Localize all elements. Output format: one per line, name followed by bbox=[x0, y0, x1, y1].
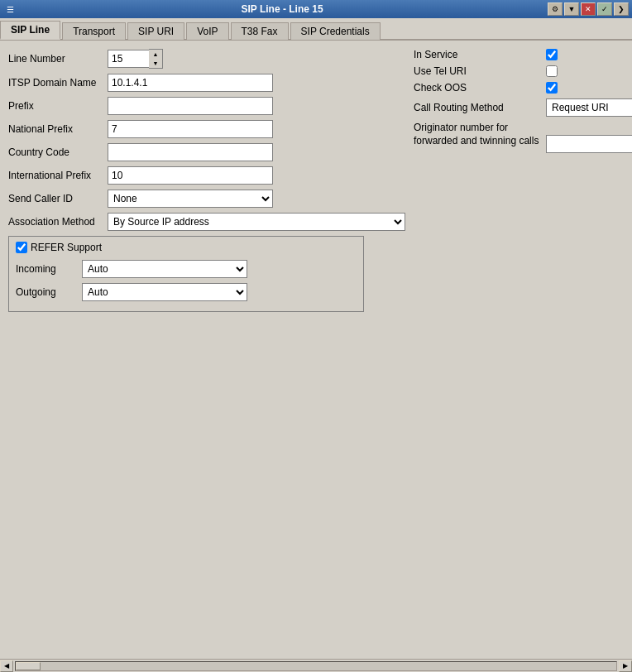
in-service-row: In Service bbox=[414, 49, 632, 60]
international-prefix-input[interactable] bbox=[108, 166, 273, 185]
check-oos-checkbox[interactable] bbox=[546, 82, 558, 94]
incoming-row: Incoming Auto Yes No bbox=[16, 260, 357, 278]
national-prefix-label: National Prefix bbox=[8, 123, 108, 135]
itsp-domain-row: ITSP Domain Name bbox=[8, 74, 405, 92]
call-routing-label: Call Routing Method bbox=[414, 102, 546, 113]
refer-support-checkbox[interactable] bbox=[16, 242, 27, 253]
line-number-input[interactable]: 15 bbox=[108, 50, 149, 68]
use-tel-uri-checkbox[interactable] bbox=[546, 65, 558, 77]
scrollbar-track[interactable] bbox=[15, 661, 617, 671]
refer-title-row: REFER Support bbox=[16, 242, 357, 253]
spin-up-button[interactable]: ▲ bbox=[149, 50, 162, 59]
call-routing-row: Call Routing Method Request URI To Heade… bbox=[414, 98, 632, 117]
national-prefix-row: National Prefix bbox=[8, 120, 405, 138]
menu-icon[interactable]: ☰ bbox=[3, 2, 17, 16]
scrollbar-thumb[interactable] bbox=[16, 662, 41, 670]
title-bar-left: ☰ bbox=[3, 2, 17, 16]
association-method-select[interactable]: By Source IP address By Credentials By I… bbox=[108, 213, 405, 231]
right-column: In Service Use Tel URI Check OOS Call Ro… bbox=[405, 49, 632, 312]
national-prefix-input[interactable] bbox=[108, 120, 273, 138]
window-title: SIP Line - Line 15 bbox=[17, 3, 548, 15]
use-tel-uri-row: Use Tel URI bbox=[414, 65, 632, 77]
outgoing-select[interactable]: Auto Yes No bbox=[82, 283, 247, 301]
association-method-label: Association Method bbox=[8, 216, 108, 228]
send-caller-id-row: Send Caller ID None Always On Request bbox=[8, 190, 405, 208]
close-button[interactable]: ✕ bbox=[581, 2, 596, 16]
association-method-row: Association Method By Source IP address … bbox=[8, 213, 405, 231]
line-number-label: Line Number bbox=[8, 53, 108, 65]
ok-button[interactable]: ✓ bbox=[597, 2, 612, 16]
country-code-label: Country Code bbox=[8, 146, 108, 158]
prefix-row: Prefix bbox=[8, 97, 405, 115]
send-caller-id-select[interactable]: None Always On Request bbox=[108, 190, 273, 208]
main-form: Line Number 15 ▲ ▼ ITSP Domain Name Pref… bbox=[8, 49, 624, 312]
itsp-domain-label: ITSP Domain Name bbox=[8, 77, 108, 89]
incoming-select[interactable]: Auto Yes No bbox=[82, 260, 247, 278]
tab-sip-line[interactable]: SIP Line bbox=[0, 21, 60, 40]
in-service-label: In Service bbox=[414, 49, 546, 60]
chevron-button[interactable]: ❯ bbox=[614, 2, 629, 16]
line-number-row: Line Number 15 ▲ ▼ bbox=[8, 49, 405, 69]
settings-button[interactable]: ⚙ bbox=[548, 2, 563, 16]
international-prefix-label: International Prefix bbox=[8, 170, 108, 181]
tab-t38fax[interactable]: T38 Fax bbox=[231, 22, 289, 40]
originator-input[interactable] bbox=[546, 135, 632, 153]
content-area: Line Number 15 ▲ ▼ ITSP Domain Name Pref… bbox=[0, 41, 632, 655]
originator-row: Originator number for forwarded and twin… bbox=[414, 122, 632, 153]
check-oos-label: Check OOS bbox=[414, 82, 546, 94]
title-bar: ☰ SIP Line - Line 15 ⚙ ▼ ✕ ✓ ❯ bbox=[0, 0, 632, 18]
use-tel-uri-label: Use Tel URI bbox=[414, 65, 546, 77]
scroll-left-button[interactable]: ◀ bbox=[0, 660, 13, 672]
tab-voip[interactable]: VoIP bbox=[186, 22, 228, 40]
incoming-label: Incoming bbox=[16, 263, 82, 275]
prefix-input[interactable] bbox=[108, 97, 273, 115]
in-service-checkbox[interactable] bbox=[546, 49, 558, 60]
international-prefix-row: International Prefix bbox=[8, 166, 405, 185]
itsp-domain-input[interactable] bbox=[108, 74, 273, 92]
title-bar-controls: ⚙ ▼ ✕ ✓ ❯ bbox=[548, 2, 629, 16]
outgoing-row: Outgoing Auto Yes No bbox=[16, 283, 357, 301]
line-number-spinbox: 15 ▲ ▼ bbox=[108, 49, 163, 69]
refer-support-box: REFER Support Incoming Auto Yes No Outgo… bbox=[8, 236, 364, 312]
country-code-row: Country Code bbox=[8, 143, 405, 161]
tab-sip-credentials[interactable]: SIP Credentials bbox=[290, 22, 381, 40]
tab-bar: SIP Line Transport SIP URI VoIP T38 Fax … bbox=[0, 18, 632, 41]
scroll-right-button[interactable]: ▶ bbox=[619, 660, 632, 672]
originator-label: Originator number for forwarded and twin… bbox=[414, 122, 546, 147]
tab-transport[interactable]: Transport bbox=[62, 22, 126, 40]
spin-buttons: ▲ ▼ bbox=[149, 49, 163, 69]
country-code-input[interactable] bbox=[108, 143, 273, 161]
outgoing-label: Outgoing bbox=[16, 286, 82, 298]
dropdown-button[interactable]: ▼ bbox=[564, 2, 579, 16]
horizontal-scrollbar: ◀ ▶ bbox=[0, 659, 632, 672]
refer-support-label: REFER Support bbox=[31, 242, 102, 253]
call-routing-select[interactable]: Request URI To Header Contact Header bbox=[546, 98, 632, 117]
check-oos-row: Check OOS bbox=[414, 82, 632, 94]
prefix-label: Prefix bbox=[8, 100, 108, 112]
send-caller-id-label: Send Caller ID bbox=[8, 193, 108, 204]
tab-sip-uri[interactable]: SIP URI bbox=[127, 22, 184, 40]
spin-down-button[interactable]: ▼ bbox=[149, 59, 162, 68]
left-column: Line Number 15 ▲ ▼ ITSP Domain Name Pref… bbox=[8, 49, 405, 312]
